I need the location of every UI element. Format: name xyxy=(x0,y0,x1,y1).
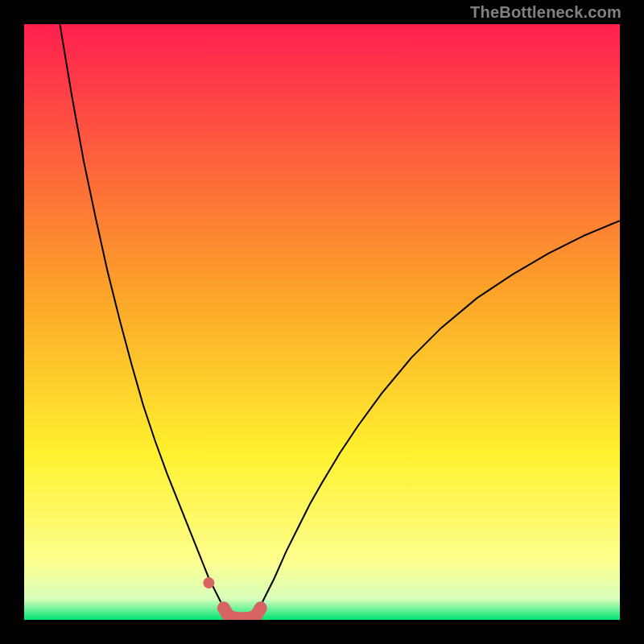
watermark-text: TheBottleneck.com xyxy=(470,3,621,22)
chart-background xyxy=(24,24,620,620)
plot-area xyxy=(24,24,620,620)
marker-group xyxy=(203,577,214,588)
marker-left-dot xyxy=(203,577,214,588)
chart-frame: TheBottleneck.com xyxy=(0,0,644,644)
bottleneck-chart xyxy=(24,24,620,620)
